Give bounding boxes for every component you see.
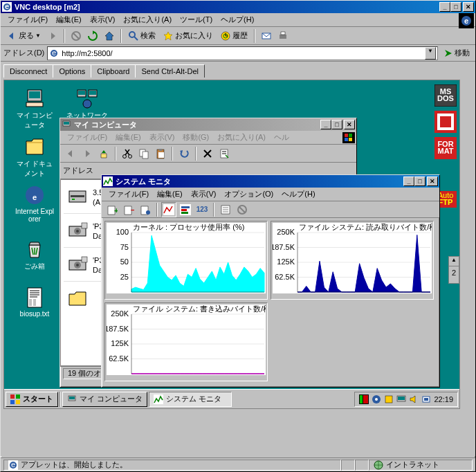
format-icon[interactable]: FORMAT	[434, 137, 457, 159]
address-field-container: e ▼	[47, 46, 438, 60]
sm-menu-edit[interactable]: 編集(E)	[153, 188, 187, 201]
mc-menu-edit[interactable]: 編集(E)	[111, 131, 145, 144]
task-sysmon[interactable]: システム モニタ	[149, 392, 232, 407]
svg-text:250K: 250K	[111, 309, 129, 318]
svg-rect-133	[360, 395, 363, 403]
sm-menu-options[interactable]: オプション(O)	[220, 188, 277, 201]
sysmon-titlebar[interactable]: システム モニタ _ □ ✕	[102, 175, 439, 188]
task-mycomputer[interactable]: マイ コンピュータ	[62, 392, 147, 407]
vnc-tab-ctrlaltdel[interactable]: Send Ctrl-Alt-Del	[135, 64, 205, 78]
svg-rect-84	[181, 209, 187, 211]
desktop-icon-recycle[interactable]: ごみ箱	[14, 238, 55, 271]
intranet-icon	[374, 460, 383, 470]
tray-speaker-icon[interactable]	[409, 394, 419, 404]
svg-text:62.5K: 62.5K	[275, 273, 295, 281]
address-input[interactable]	[62, 49, 422, 57]
tray-icon-6[interactable]	[421, 394, 431, 404]
tray-icon-1[interactable]	[359, 394, 369, 404]
menu-edit[interactable]: 編集(E)	[52, 13, 86, 26]
mc-paste[interactable]	[153, 146, 168, 161]
mc-close[interactable]: ✕	[344, 120, 355, 129]
svg-text:75: 75	[120, 243, 129, 251]
mc-maximize[interactable]: □	[331, 120, 342, 129]
sm-minimize[interactable]: _	[403, 176, 414, 186]
svg-rect-34	[29, 299, 32, 306]
sm-remove[interactable]: –	[121, 202, 136, 217]
mc-minimize[interactable]: _	[320, 120, 331, 129]
address-dropdown[interactable]: ▼	[425, 47, 436, 60]
tray-icon-3[interactable]	[384, 394, 394, 404]
mycomputer-titlebar[interactable]: マイ コンピュータ _ □ ✕	[60, 118, 356, 131]
mc-back[interactable]	[63, 146, 78, 161]
close-button[interactable]: ✕	[463, 2, 474, 12]
mc-forward[interactable]	[80, 146, 95, 161]
refresh-button[interactable]	[85, 28, 100, 44]
svg-rect-128	[16, 400, 20, 404]
maximize-button[interactable]: □	[450, 2, 461, 12]
mc-cut[interactable]	[120, 146, 135, 161]
mc-menu-fav[interactable]: お気に入り(A)	[213, 131, 270, 144]
desktop-icon-network[interactable]: ネットワーク	[66, 87, 108, 120]
mc-delete[interactable]	[200, 146, 215, 161]
sm-log[interactable]	[218, 202, 233, 217]
sm-close[interactable]: ✕	[427, 176, 438, 186]
svg-rect-65	[72, 199, 75, 200]
desktop-icon-biosup[interactable]: biosup.txt	[14, 287, 55, 318]
mc-menu-view[interactable]: 表示(V)	[145, 131, 179, 144]
menu-help[interactable]: ヘルプ(H)	[217, 13, 258, 26]
mc-menu-go[interactable]: 移動(G)	[178, 131, 213, 144]
mc-menu-help[interactable]: ヘル	[270, 131, 293, 144]
sm-maximize[interactable]: □	[414, 176, 425, 186]
remote-desktop[interactable]: マイ コンピュータ ネットワーク マイ ドキュメント e Internet Ex…	[3, 80, 460, 409]
sm-menu-help[interactable]: ヘルプ(H)	[277, 188, 319, 201]
mc-undo[interactable]	[176, 146, 192, 161]
sm-menu-file[interactable]: ファイル(F)	[104, 188, 153, 201]
svg-rect-25	[89, 91, 96, 95]
msdos-icon[interactable]: MSDOS	[434, 84, 457, 107]
sm-stop-log[interactable]	[235, 202, 250, 217]
tray-volume-icon[interactable]	[372, 394, 381, 404]
menu-file[interactable]: ファイル(F)	[3, 13, 52, 26]
vnc-tab-clipboard[interactable]: Clipboard	[91, 64, 136, 78]
search-button[interactable]: 検索	[125, 30, 158, 42]
history-button[interactable]: 履歴	[217, 30, 250, 42]
sm-edit[interactable]	[138, 202, 153, 217]
tray-display-icon[interactable]	[396, 394, 406, 404]
desktop-icon-mydocs[interactable]: マイ ドキュメント	[14, 136, 55, 179]
sm-numeric[interactable]: 123	[194, 202, 210, 217]
menu-tools[interactable]: ツール(T)	[176, 13, 217, 26]
print-button[interactable]	[275, 28, 291, 44]
stop-button[interactable]	[68, 28, 84, 44]
mc-up[interactable]	[96, 146, 111, 161]
svg-rect-125	[10, 394, 15, 399]
go-button[interactable]: 移動	[441, 48, 473, 58]
sm-bar-chart[interactable]	[178, 202, 193, 217]
sm-menu-view[interactable]: 表示(V)	[187, 188, 221, 201]
home-button[interactable]	[102, 28, 117, 44]
menu-favorites[interactable]: お気に入り(A)	[119, 13, 176, 26]
forward-button[interactable]	[45, 28, 60, 44]
win-flag-icon	[342, 132, 355, 143]
back-button[interactable]: 戻る ▼	[3, 30, 44, 42]
menu-view[interactable]: 表示(V)	[86, 13, 120, 26]
mc-copy[interactable]	[136, 146, 152, 161]
favorites-button[interactable]: お気に入り	[160, 30, 216, 42]
mail-button[interactable]	[259, 28, 274, 44]
mc-properties[interactable]	[217, 146, 232, 161]
svg-text:50: 50	[120, 257, 129, 266]
sm-line-chart[interactable]	[161, 202, 176, 217]
svg-rect-59	[158, 152, 164, 158]
system-tray[interactable]: 22:19	[354, 392, 458, 407]
mc-menu-file[interactable]: ファイル(F)	[63, 131, 111, 144]
desktop-icon-mycomputer[interactable]: マイ コンピュータ	[14, 87, 55, 130]
vnc-tab-options[interactable]: Options	[53, 64, 91, 78]
start-button[interactable]: スタート	[6, 392, 58, 407]
vnc-tab-disconnect[interactable]: Disconnect	[3, 64, 53, 78]
red-app-icon[interactable]	[434, 111, 457, 133]
svg-rect-73	[82, 257, 87, 262]
minimize-button[interactable]: _	[439, 2, 450, 12]
desktop-icon-ie[interactable]: e Internet Explorer	[14, 184, 55, 223]
svg-point-80	[146, 210, 150, 215]
sm-add[interactable]: +	[104, 202, 120, 217]
desktop-scrollbar[interactable]: ▲ 2	[448, 256, 459, 284]
